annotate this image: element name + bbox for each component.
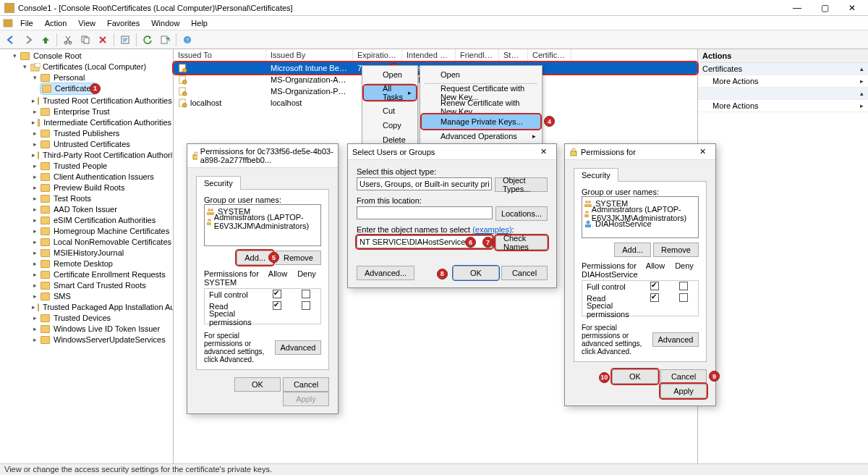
tree-folder[interactable]: ▸Trusted People: [30, 161, 173, 172]
remove-button[interactable]: Remove: [276, 251, 321, 265]
security-tab[interactable]: Security: [574, 168, 618, 182]
column-header[interactable]: Friendly Name: [456, 49, 499, 62]
tree-folder[interactable]: ▸eSIM Certification Authorities: [30, 215, 173, 226]
copy-icon[interactable]: [77, 32, 93, 48]
column-header[interactable]: Status: [499, 49, 528, 62]
users-listbox[interactable]: SYSTEM Administrators (LAPTOP-E6V3JKJM\A…: [204, 204, 321, 246]
ctx2-advanced-ops[interactable]: Advanced Operations: [422, 129, 540, 143]
check-names-button[interactable]: Check Names: [495, 235, 548, 250]
apply-button[interactable]: Apply: [660, 384, 707, 398]
tree-local-computer[interactable]: ▾ Certificates (Local Computer): [20, 62, 173, 72]
ctx-cut[interactable]: Cut: [364, 104, 416, 118]
locations-button[interactable]: Locations...: [495, 206, 548, 221]
close-button[interactable]: ✕: [694, 147, 711, 156]
properties-icon[interactable]: [117, 32, 133, 48]
cut-icon[interactable]: [60, 32, 76, 48]
deny-checkbox[interactable]: [302, 290, 310, 298]
menu-file[interactable]: File: [14, 17, 39, 29]
tree-folder[interactable]: ▸Local NonRemovable Certificates: [30, 237, 173, 248]
allow-checkbox[interactable]: [650, 293, 659, 302]
menu-view[interactable]: View: [72, 17, 101, 29]
add-button[interactable]: Add...: [614, 243, 651, 257]
tree-folder[interactable]: ▸Windows Live ID Token Issuer: [30, 324, 173, 335]
tree-folder[interactable]: ▸Enterprise Trust: [30, 106, 173, 117]
column-header[interactable]: Expiration Date: [353, 49, 402, 62]
deny-checkbox[interactable]: [679, 282, 688, 290]
tree-folder[interactable]: ▸MSIEHistoryJournal: [30, 248, 173, 258]
tree-folder[interactable]: ▸Untrusted Certificates: [30, 139, 173, 150]
close-button[interactable]: ✕: [535, 147, 552, 156]
tree-folder[interactable]: ▸Test Roots: [30, 193, 173, 204]
actions-section[interactable]: Certificates▴: [698, 63, 868, 75]
tree-folder[interactable]: ▸Remote Desktop: [30, 258, 173, 269]
ctx-open[interactable]: Open: [364, 67, 416, 82]
apply-button[interactable]: Apply: [283, 392, 329, 406]
cancel-button[interactable]: Cancel: [283, 377, 329, 392]
advanced-button[interactable]: Advanced...: [357, 266, 414, 280]
ctx-copy[interactable]: Copy: [364, 118, 416, 133]
remove-button[interactable]: Remove: [653, 243, 699, 257]
ok-button[interactable]: OK: [612, 369, 658, 384]
examples-link[interactable]: (examples): [472, 225, 511, 234]
column-header[interactable]: Intended Purposes: [402, 49, 456, 62]
tree-pane[interactable]: ▾Console Root ▾ Certificates (Local Comp…: [0, 49, 174, 463]
tree-folder[interactable]: ▸Intermediate Certification Authorities: [30, 117, 173, 128]
column-header[interactable]: Issued By: [266, 49, 353, 62]
tree-folder[interactable]: ▸Trusted Packaged App Installation Autho…: [30, 302, 173, 313]
ctx2-renew-new-key[interactable]: Renew Certificate with New Key...: [422, 100, 540, 114]
up-button[interactable]: [38, 32, 54, 48]
deny-checkbox[interactable]: [679, 293, 688, 302]
object-type-field[interactable]: [357, 177, 492, 190]
tree-certificates-selected[interactable]: Certificates: [41, 83, 96, 94]
tree-folder[interactable]: ▸Trusted Root Certification Authorities: [30, 96, 173, 106]
more-actions-1[interactable]: More Actions▸: [698, 75, 868, 88]
menu-window[interactable]: Window: [145, 17, 185, 29]
ok-button[interactable]: OK: [453, 266, 499, 280]
allow-checkbox[interactable]: [273, 301, 281, 310]
delete-icon[interactable]: [95, 32, 111, 48]
location-field[interactable]: [357, 206, 493, 219]
deny-checkbox[interactable]: [302, 301, 310, 310]
window-minimize-button[interactable]: —: [784, 1, 810, 15]
forward-button[interactable]: [20, 32, 36, 48]
tree-folder[interactable]: ▸Client Authentication Issuers: [30, 172, 173, 182]
tree-folder[interactable]: ▸AAD Token Issuer: [30, 204, 173, 215]
ctx2-manage-private-keys[interactable]: Manage Private Keys...: [422, 114, 540, 129]
export-list-icon[interactable]: [157, 32, 173, 48]
tree-console-root[interactable]: ▾Console Root: [10, 51, 173, 62]
ok-button[interactable]: OK: [234, 377, 281, 392]
allow-checkbox[interactable]: [273, 290, 281, 298]
security-tab[interactable]: Security: [196, 176, 241, 190]
window-maximize-button[interactable]: ▢: [812, 1, 838, 15]
help-icon[interactable]: ?: [179, 32, 195, 48]
menu-action[interactable]: Action: [39, 17, 73, 29]
tree-folder[interactable]: ▸Third-Party Root Certification Authorit…: [30, 150, 173, 161]
actions-section-2[interactable]: ▴: [698, 88, 868, 100]
menu-help[interactable]: Help: [185, 17, 213, 29]
cancel-button[interactable]: Cancel: [501, 266, 548, 280]
menu-favorites[interactable]: Favorites: [101, 17, 145, 29]
tree-folder[interactable]: ▸WindowsServerUpdateServices: [30, 335, 173, 345]
mmc-system-menu-icon[interactable]: [3, 19, 14, 28]
refresh-icon[interactable]: [140, 32, 156, 48]
tree-folder[interactable]: ▸Smart Card Trusted Roots: [30, 280, 173, 291]
column-header[interactable]: Issued To: [174, 49, 266, 62]
back-button[interactable]: [3, 32, 19, 48]
allow-checkbox[interactable]: [650, 282, 659, 290]
cancel-button[interactable]: Cancel: [660, 369, 707, 384]
window-close-button[interactable]: ✕: [839, 1, 865, 15]
tree-folder[interactable]: ▸Preview Build Roots: [30, 182, 173, 193]
column-header[interactable]: Certificate Tem...: [528, 49, 571, 62]
tree-folder[interactable]: ▸Trusted Devices: [30, 313, 173, 324]
object-types-button[interactable]: Object Types...: [495, 177, 548, 192]
tree-folder[interactable]: ▸Homegroup Machine Certificates: [30, 226, 173, 237]
tree-folder[interactable]: ▸Trusted Publishers: [30, 128, 173, 139]
advanced-button[interactable]: Advanced: [652, 332, 699, 347]
tree-folder[interactable]: ▸SMS: [30, 291, 173, 302]
advanced-button[interactable]: Advanced: [275, 340, 321, 355]
ctx-all-tasks[interactable]: All Tasks: [364, 85, 416, 100]
tree-folder[interactable]: ▸Certificate Enrollment Requests: [30, 269, 173, 280]
more-actions-2[interactable]: More Actions▸: [698, 100, 868, 112]
ctx2-open[interactable]: Open: [422, 67, 540, 82]
tree-personal[interactable]: ▾Personal: [30, 72, 173, 83]
